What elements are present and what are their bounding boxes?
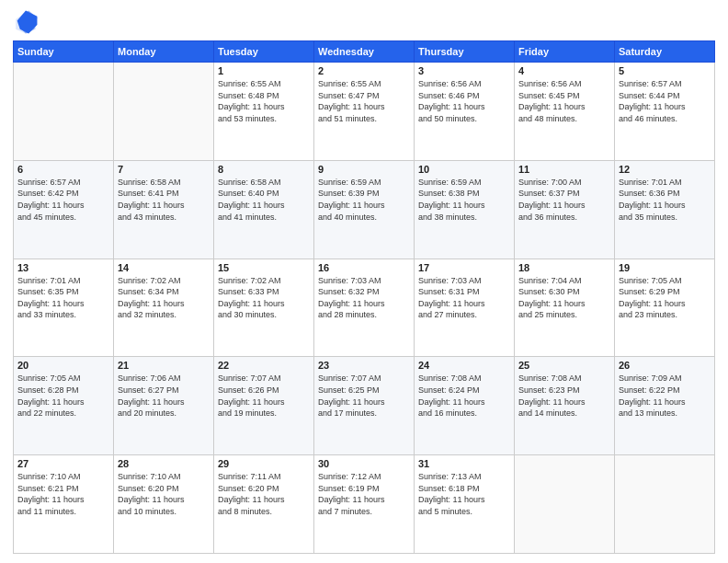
calendar-row: 27Sunrise: 7:10 AM Sunset: 6:21 PM Dayli… [14,455,715,554]
weekday-header: Wednesday [314,41,415,63]
calendar-cell [515,455,615,554]
day-info: Sunrise: 7:03 AM Sunset: 6:31 PM Dayligh… [418,275,510,321]
calendar-cell: 10Sunrise: 6:59 AM Sunset: 6:38 PM Dayli… [415,160,515,259]
calendar-row: 20Sunrise: 7:05 AM Sunset: 6:28 PM Dayli… [14,357,715,455]
calendar-cell: 1Sunrise: 6:55 AM Sunset: 6:48 PM Daylig… [214,63,314,161]
day-number: 19 [619,262,711,273]
day-number: 15 [218,262,310,273]
day-info: Sunrise: 7:10 AM Sunset: 6:20 PM Dayligh… [118,471,210,517]
calendar-cell: 30Sunrise: 7:12 AM Sunset: 6:19 PM Dayli… [314,455,415,554]
calendar-cell: 23Sunrise: 7:07 AM Sunset: 6:25 PM Dayli… [314,357,415,455]
calendar-cell: 22Sunrise: 7:07 AM Sunset: 6:26 PM Dayli… [214,357,314,455]
day-info: Sunrise: 7:01 AM Sunset: 6:36 PM Dayligh… [619,177,711,223]
day-number: 1 [218,65,310,76]
day-number: 22 [218,360,310,371]
day-info: Sunrise: 7:07 AM Sunset: 6:25 PM Dayligh… [318,373,410,419]
day-info: Sunrise: 7:10 AM Sunset: 6:21 PM Dayligh… [17,471,109,517]
calendar-cell: 12Sunrise: 7:01 AM Sunset: 6:36 PM Dayli… [615,160,715,259]
day-info: Sunrise: 7:11 AM Sunset: 6:20 PM Dayligh… [218,471,310,517]
day-number: 31 [418,458,510,469]
day-number: 5 [619,65,711,76]
day-info: Sunrise: 6:57 AM Sunset: 6:42 PM Dayligh… [17,177,109,223]
calendar-cell: 6Sunrise: 6:57 AM Sunset: 6:42 PM Daylig… [14,160,114,259]
calendar-cell: 17Sunrise: 7:03 AM Sunset: 6:31 PM Dayli… [415,259,515,357]
calendar-cell [14,63,114,161]
day-number: 23 [318,360,410,371]
calendar-cell: 2Sunrise: 6:55 AM Sunset: 6:47 PM Daylig… [314,63,415,161]
day-info: Sunrise: 6:55 AM Sunset: 6:48 PM Dayligh… [218,78,310,124]
day-info: Sunrise: 6:58 AM Sunset: 6:41 PM Dayligh… [118,177,210,223]
day-number: 24 [418,360,510,371]
day-number: 30 [318,458,410,469]
day-info: Sunrise: 6:56 AM Sunset: 6:45 PM Dayligh… [518,78,610,124]
calendar-table: SundayMondayTuesdayWednesdayThursdayFrid… [13,40,715,554]
header [13,9,715,35]
calendar-cell: 24Sunrise: 7:08 AM Sunset: 6:24 PM Dayli… [415,357,515,455]
calendar-cell: 26Sunrise: 7:09 AM Sunset: 6:22 PM Dayli… [615,357,715,455]
calendar-cell [114,63,214,161]
day-number: 14 [118,262,210,273]
day-info: Sunrise: 7:03 AM Sunset: 6:32 PM Dayligh… [318,275,410,321]
calendar-cell: 18Sunrise: 7:04 AM Sunset: 6:30 PM Dayli… [515,259,615,357]
day-number: 20 [17,360,109,371]
day-number: 7 [118,164,210,175]
day-number: 10 [418,164,510,175]
day-number: 13 [17,262,109,273]
weekday-header: Tuesday [214,41,314,63]
day-info: Sunrise: 7:00 AM Sunset: 6:37 PM Dayligh… [518,177,610,223]
day-info: Sunrise: 7:09 AM Sunset: 6:22 PM Dayligh… [619,373,711,419]
logo [13,9,42,35]
calendar-cell: 13Sunrise: 7:01 AM Sunset: 6:35 PM Dayli… [14,259,114,357]
calendar-cell: 27Sunrise: 7:10 AM Sunset: 6:21 PM Dayli… [14,455,114,554]
day-info: Sunrise: 7:05 AM Sunset: 6:28 PM Dayligh… [17,373,109,419]
calendar-cell: 29Sunrise: 7:11 AM Sunset: 6:20 PM Dayli… [214,455,314,554]
calendar-cell: 5Sunrise: 6:57 AM Sunset: 6:44 PM Daylig… [615,63,715,161]
calendar-cell: 15Sunrise: 7:02 AM Sunset: 6:33 PM Dayli… [214,259,314,357]
calendar-cell: 3Sunrise: 6:56 AM Sunset: 6:46 PM Daylig… [415,63,515,161]
day-info: Sunrise: 7:08 AM Sunset: 6:24 PM Dayligh… [418,373,510,419]
day-info: Sunrise: 6:57 AM Sunset: 6:44 PM Dayligh… [619,78,711,124]
day-number: 8 [218,164,310,175]
day-number: 6 [17,164,109,175]
calendar-cell [615,455,715,554]
day-info: Sunrise: 7:01 AM Sunset: 6:35 PM Dayligh… [17,275,109,321]
day-number: 18 [518,262,610,273]
calendar-cell: 8Sunrise: 6:58 AM Sunset: 6:40 PM Daylig… [214,160,314,259]
day-info: Sunrise: 6:56 AM Sunset: 6:46 PM Dayligh… [418,78,510,124]
day-info: Sunrise: 7:05 AM Sunset: 6:29 PM Dayligh… [619,275,711,321]
day-info: Sunrise: 7:07 AM Sunset: 6:26 PM Dayligh… [218,373,310,419]
day-number: 2 [318,65,410,76]
calendar-row: 6Sunrise: 6:57 AM Sunset: 6:42 PM Daylig… [14,160,715,259]
weekday-header: Friday [515,41,615,63]
day-info: Sunrise: 7:12 AM Sunset: 6:19 PM Dayligh… [318,471,410,517]
calendar-cell: 31Sunrise: 7:13 AM Sunset: 6:18 PM Dayli… [415,455,515,554]
weekday-header: Thursday [415,41,515,63]
weekday-header: Monday [114,41,214,63]
calendar-cell: 4Sunrise: 6:56 AM Sunset: 6:45 PM Daylig… [515,63,615,161]
day-info: Sunrise: 7:08 AM Sunset: 6:23 PM Dayligh… [518,373,610,419]
day-number: 29 [218,458,310,469]
day-number: 25 [518,360,610,371]
logo-icon [13,9,39,35]
day-number: 28 [118,458,210,469]
day-info: Sunrise: 6:55 AM Sunset: 6:47 PM Dayligh… [318,78,410,124]
calendar-cell: 7Sunrise: 6:58 AM Sunset: 6:41 PM Daylig… [114,160,214,259]
calendar-cell: 16Sunrise: 7:03 AM Sunset: 6:32 PM Dayli… [314,259,415,357]
day-number: 12 [619,164,711,175]
day-number: 3 [418,65,510,76]
day-number: 16 [318,262,410,273]
day-info: Sunrise: 7:02 AM Sunset: 6:33 PM Dayligh… [218,275,310,321]
day-info: Sunrise: 7:04 AM Sunset: 6:30 PM Dayligh… [518,275,610,321]
day-number: 17 [418,262,510,273]
header-row: SundayMondayTuesdayWednesdayThursdayFrid… [14,41,715,63]
day-info: Sunrise: 6:59 AM Sunset: 6:38 PM Dayligh… [418,177,510,223]
calendar-cell: 25Sunrise: 7:08 AM Sunset: 6:23 PM Dayli… [515,357,615,455]
calendar-cell: 9Sunrise: 6:59 AM Sunset: 6:39 PM Daylig… [314,160,415,259]
calendar-cell: 21Sunrise: 7:06 AM Sunset: 6:27 PM Dayli… [114,357,214,455]
day-info: Sunrise: 7:06 AM Sunset: 6:27 PM Dayligh… [118,373,210,419]
calendar-cell: 28Sunrise: 7:10 AM Sunset: 6:20 PM Dayli… [114,455,214,554]
page: SundayMondayTuesdayWednesdayThursdayFrid… [0,0,728,563]
calendar-row: 13Sunrise: 7:01 AM Sunset: 6:35 PM Dayli… [14,259,715,357]
day-number: 27 [17,458,109,469]
day-number: 21 [118,360,210,371]
